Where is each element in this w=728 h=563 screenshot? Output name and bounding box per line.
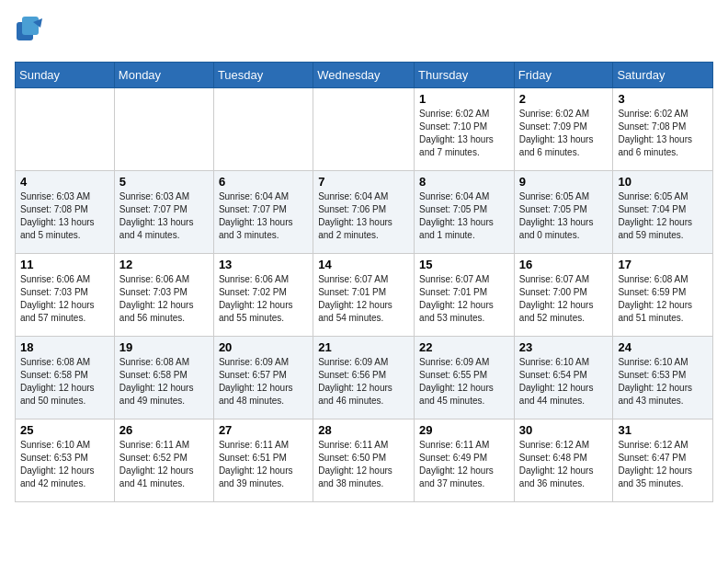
day-number: 30: [519, 423, 609, 437]
day-info: Sunrise: 6:09 AM Sunset: 6:57 PM Dayligh…: [219, 356, 308, 408]
calendar-cell: [313, 88, 415, 171]
day-number: 17: [618, 258, 708, 271]
day-info: Sunrise: 6:02 AM Sunset: 7:09 PM Dayligh…: [519, 108, 609, 159]
calendar-day-header: Friday: [514, 63, 613, 88]
calendar-week-row: 1Sunrise: 6:02 AM Sunset: 7:10 PM Daylig…: [16, 88, 713, 171]
calendar-cell: 19Sunrise: 6:08 AM Sunset: 6:58 PM Dayli…: [114, 337, 213, 419]
day-number: 7: [318, 175, 409, 189]
day-info: Sunrise: 6:10 AM Sunset: 6:53 PM Dayligh…: [20, 439, 109, 490]
day-number: 13: [219, 258, 308, 271]
day-number: 19: [119, 340, 209, 354]
svg-rect-1: [22, 17, 39, 35]
day-number: 31: [618, 423, 708, 437]
calendar-day-header: Saturday: [613, 63, 713, 88]
day-number: 15: [419, 258, 509, 271]
day-number: 14: [318, 258, 409, 271]
day-number: 22: [419, 340, 509, 354]
day-info: Sunrise: 6:04 AM Sunset: 7:06 PM Dayligh…: [318, 190, 409, 242]
day-number: 9: [519, 175, 609, 189]
logo: [15, 15, 51, 52]
day-info: Sunrise: 6:07 AM Sunset: 7:01 PM Dayligh…: [419, 273, 509, 325]
day-number: 20: [219, 340, 308, 354]
day-number: 23: [519, 340, 609, 354]
calendar-cell: 4Sunrise: 6:03 AM Sunset: 7:08 PM Daylig…: [16, 171, 115, 254]
day-info: Sunrise: 6:04 AM Sunset: 7:05 PM Dayligh…: [419, 190, 509, 242]
calendar-cell: [16, 88, 115, 171]
day-info: Sunrise: 6:11 AM Sunset: 6:51 PM Dayligh…: [219, 439, 308, 490]
day-number: 28: [318, 423, 409, 437]
day-info: Sunrise: 6:10 AM Sunset: 6:54 PM Dayligh…: [519, 356, 609, 408]
day-number: 6: [219, 175, 308, 189]
day-number: 26: [119, 423, 209, 437]
page-header: [15, 15, 713, 52]
calendar-header-row: SundayMondayTuesdayWednesdayThursdayFrid…: [16, 63, 713, 88]
calendar-cell: 30Sunrise: 6:12 AM Sunset: 6:48 PM Dayli…: [514, 419, 613, 502]
day-info: Sunrise: 6:05 AM Sunset: 7:05 PM Dayligh…: [519, 190, 609, 242]
day-info: Sunrise: 6:03 AM Sunset: 7:07 PM Dayligh…: [119, 190, 209, 242]
calendar-week-row: 18Sunrise: 6:08 AM Sunset: 6:58 PM Dayli…: [16, 337, 713, 419]
day-number: 4: [20, 175, 109, 189]
day-info: Sunrise: 6:04 AM Sunset: 7:07 PM Dayligh…: [219, 190, 308, 242]
day-info: Sunrise: 6:11 AM Sunset: 6:50 PM Dayligh…: [318, 439, 409, 490]
day-number: 12: [119, 258, 209, 271]
day-info: Sunrise: 6:08 AM Sunset: 6:58 PM Dayligh…: [119, 356, 209, 408]
calendar-cell: 1Sunrise: 6:02 AM Sunset: 7:10 PM Daylig…: [415, 88, 515, 171]
day-info: Sunrise: 6:06 AM Sunset: 7:03 PM Dayligh…: [20, 273, 109, 325]
day-info: Sunrise: 6:07 AM Sunset: 7:01 PM Dayligh…: [318, 273, 409, 325]
calendar-day-header: Monday: [114, 63, 213, 88]
day-number: 3: [618, 92, 708, 106]
calendar-cell: 26Sunrise: 6:11 AM Sunset: 6:52 PM Dayli…: [114, 419, 213, 502]
day-number: 11: [20, 258, 109, 271]
calendar-day-header: Sunday: [16, 63, 115, 88]
day-number: 5: [119, 175, 209, 189]
day-info: Sunrise: 6:10 AM Sunset: 6:53 PM Dayligh…: [618, 356, 708, 408]
day-info: Sunrise: 6:11 AM Sunset: 6:49 PM Dayligh…: [419, 439, 509, 490]
day-number: 21: [318, 340, 409, 354]
day-info: Sunrise: 6:05 AM Sunset: 7:04 PM Dayligh…: [618, 190, 708, 242]
day-number: 1: [419, 92, 509, 106]
calendar-cell: 23Sunrise: 6:10 AM Sunset: 6:54 PM Dayli…: [514, 337, 613, 419]
calendar-cell: 18Sunrise: 6:08 AM Sunset: 6:58 PM Dayli…: [16, 337, 115, 419]
calendar-week-row: 11Sunrise: 6:06 AM Sunset: 7:03 PM Dayli…: [16, 254, 713, 337]
calendar-cell: 22Sunrise: 6:09 AM Sunset: 6:55 PM Dayli…: [415, 337, 515, 419]
calendar-cell: 2Sunrise: 6:02 AM Sunset: 7:09 PM Daylig…: [514, 88, 613, 171]
day-number: 8: [419, 175, 509, 189]
calendar-cell: 17Sunrise: 6:08 AM Sunset: 6:59 PM Dayli…: [613, 254, 713, 337]
calendar-cell: 27Sunrise: 6:11 AM Sunset: 6:51 PM Dayli…: [213, 419, 313, 502]
day-info: Sunrise: 6:07 AM Sunset: 7:00 PM Dayligh…: [519, 273, 609, 325]
logo-icon: [15, 15, 48, 52]
day-info: Sunrise: 6:06 AM Sunset: 7:02 PM Dayligh…: [219, 273, 308, 325]
day-info: Sunrise: 6:09 AM Sunset: 6:55 PM Dayligh…: [419, 356, 509, 408]
calendar-cell: 15Sunrise: 6:07 AM Sunset: 7:01 PM Dayli…: [415, 254, 515, 337]
calendar-day-header: Wednesday: [313, 63, 415, 88]
calendar-cell: 25Sunrise: 6:10 AM Sunset: 6:53 PM Dayli…: [16, 419, 115, 502]
day-number: 16: [519, 258, 609, 271]
calendar-cell: 10Sunrise: 6:05 AM Sunset: 7:04 PM Dayli…: [613, 171, 713, 254]
day-number: 24: [618, 340, 708, 354]
day-info: Sunrise: 6:09 AM Sunset: 6:56 PM Dayligh…: [318, 356, 409, 408]
calendar-cell: 8Sunrise: 6:04 AM Sunset: 7:05 PM Daylig…: [415, 171, 515, 254]
calendar-cell: 7Sunrise: 6:04 AM Sunset: 7:06 PM Daylig…: [313, 171, 415, 254]
day-info: Sunrise: 6:11 AM Sunset: 6:52 PM Dayligh…: [119, 439, 209, 490]
calendar-cell: 6Sunrise: 6:04 AM Sunset: 7:07 PM Daylig…: [213, 171, 313, 254]
calendar-cell: 14Sunrise: 6:07 AM Sunset: 7:01 PM Dayli…: [313, 254, 415, 337]
calendar-day-header: Tuesday: [213, 63, 313, 88]
calendar-cell: 16Sunrise: 6:07 AM Sunset: 7:00 PM Dayli…: [514, 254, 613, 337]
calendar-table: SundayMondayTuesdayWednesdayThursdayFrid…: [15, 62, 713, 502]
calendar-cell: 11Sunrise: 6:06 AM Sunset: 7:03 PM Dayli…: [16, 254, 115, 337]
calendar-week-row: 25Sunrise: 6:10 AM Sunset: 6:53 PM Dayli…: [16, 419, 713, 502]
day-number: 18: [20, 340, 109, 354]
calendar-cell: 28Sunrise: 6:11 AM Sunset: 6:50 PM Dayli…: [313, 419, 415, 502]
calendar-cell: 5Sunrise: 6:03 AM Sunset: 7:07 PM Daylig…: [114, 171, 213, 254]
day-number: 25: [20, 423, 109, 437]
calendar-cell: 24Sunrise: 6:10 AM Sunset: 6:53 PM Dayli…: [613, 337, 713, 419]
calendar-cell: 20Sunrise: 6:09 AM Sunset: 6:57 PM Dayli…: [213, 337, 313, 419]
day-number: 29: [419, 423, 509, 437]
day-info: Sunrise: 6:12 AM Sunset: 6:47 PM Dayligh…: [618, 439, 708, 490]
day-info: Sunrise: 6:02 AM Sunset: 7:08 PM Dayligh…: [618, 108, 708, 159]
day-number: 10: [618, 175, 708, 189]
calendar-week-row: 4Sunrise: 6:03 AM Sunset: 7:08 PM Daylig…: [16, 171, 713, 254]
calendar-cell: [114, 88, 213, 171]
day-info: Sunrise: 6:02 AM Sunset: 7:10 PM Dayligh…: [419, 108, 509, 159]
day-number: 27: [219, 423, 308, 437]
